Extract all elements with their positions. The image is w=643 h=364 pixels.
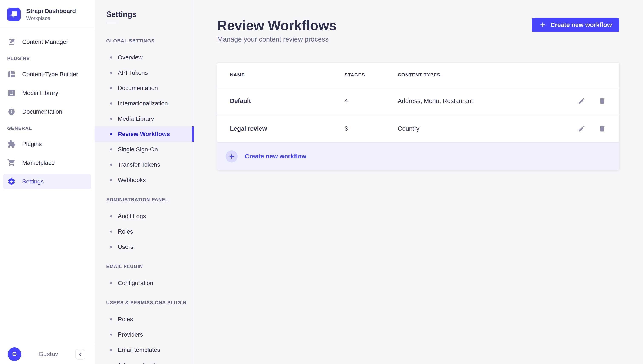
page-title: Review Workflows xyxy=(217,18,336,33)
main-nav: Content Manager PLUGINS Conte xyxy=(0,29,94,344)
subnav-item-label: Providers xyxy=(118,331,143,338)
bullet-icon xyxy=(110,72,112,74)
bullet-icon xyxy=(110,282,112,284)
subnav-item-users[interactable]: Users xyxy=(95,239,194,254)
brand-text: Strapi Dashboard Workplace xyxy=(26,8,76,22)
sidebar-footer: G Gustav xyxy=(0,344,94,364)
workflow-content-types: Country xyxy=(398,125,578,132)
nav-item-media-library[interactable]: Media Library xyxy=(4,85,91,101)
subnav-section-label: GLOBAL SETTINGS xyxy=(95,38,194,44)
delete-workflow-button[interactable] xyxy=(598,97,606,105)
nav-item-settings[interactable]: Settings xyxy=(4,174,91,189)
subnav-scroll-area[interactable]: GLOBAL SETTINGS Overview API Tokens Docu… xyxy=(95,24,194,364)
workflow-stages: 3 xyxy=(344,125,398,132)
bullet-icon xyxy=(110,148,112,150)
plus-icon xyxy=(539,21,546,28)
subnav-item-admin-roles[interactable]: Roles xyxy=(95,224,194,239)
bullet-icon xyxy=(110,230,112,233)
subnav-item-email-templates[interactable]: Email templates xyxy=(95,342,194,358)
subnav-header: Settings xyxy=(95,0,194,24)
subnav-item-label: Review Workflows xyxy=(118,131,170,138)
subnav-item-overview[interactable]: Overview xyxy=(95,50,194,65)
nav-item-content-manager[interactable]: Content Manager xyxy=(4,34,91,50)
column-header-content-types: CONTENT TYPES xyxy=(398,72,606,78)
trash-icon xyxy=(598,97,606,105)
bullet-icon xyxy=(110,349,112,351)
brand[interactable]: Strapi Dashboard Workplace xyxy=(0,0,94,29)
main-content: Review Workflows Manage your content rev… xyxy=(194,0,643,364)
nav-item-label: Settings xyxy=(22,178,44,185)
nav-section-plugins: PLUGINS Content-Type Builder xyxy=(4,56,91,120)
workflow-name: Legal review xyxy=(230,125,344,132)
create-workflow-footer-label: Create new workflow xyxy=(245,153,306,160)
workflows-table-card: NAME STAGES CONTENT TYPES Default 4 Addr… xyxy=(217,63,619,170)
layout-grid-icon xyxy=(7,70,16,78)
nav-item-marketplace[interactable]: Marketplace xyxy=(4,155,91,170)
subnav-item-review-workflows[interactable]: Review Workflows xyxy=(95,126,194,142)
subnav-item-label: Users xyxy=(118,244,133,250)
subnav-item-providers[interactable]: Providers xyxy=(95,327,194,342)
brand-subtitle: Workplace xyxy=(26,15,76,22)
bullet-icon xyxy=(110,118,112,120)
nav-item-label: Plugins xyxy=(22,141,42,148)
nav-item-documentation[interactable]: Documentation xyxy=(4,104,91,120)
subnav-item-documentation[interactable]: Documentation xyxy=(95,80,194,96)
subnav-item-single-sign-on[interactable]: Single Sign-On xyxy=(95,142,194,157)
page-heading-block: Review Workflows Manage your content rev… xyxy=(217,18,336,44)
subnav-item-configuration[interactable]: Configuration xyxy=(95,276,194,291)
subnav-section-email-plugin: EMAIL PLUGIN Configuration xyxy=(95,264,194,291)
delete-workflow-button[interactable] xyxy=(598,124,606,133)
subnav-item-media-library[interactable]: Media Library xyxy=(95,111,194,126)
workflow-stages: 4 xyxy=(344,98,398,104)
subnav-item-audit-logs[interactable]: Audit Logs xyxy=(95,208,194,224)
feather-icon xyxy=(7,38,16,46)
username[interactable]: Gustav xyxy=(26,350,71,358)
bullet-icon xyxy=(110,87,112,89)
subnav-item-up-roles[interactable]: Roles xyxy=(95,312,194,327)
trash-icon xyxy=(598,125,606,132)
row-actions xyxy=(578,97,606,105)
edit-workflow-button[interactable] xyxy=(578,97,586,105)
avatar[interactable]: G xyxy=(8,348,21,361)
nav-item-label: Content-Type Builder xyxy=(22,71,78,78)
collapse-sidebar-button[interactable] xyxy=(75,349,85,360)
table-row[interactable]: Legal review 3 Country xyxy=(217,114,619,142)
subnav-item-label: Transfer Tokens xyxy=(118,161,160,168)
table-row[interactable]: Default 4 Address, Menu, Restaurant xyxy=(217,87,619,114)
subnav-item-internationalization[interactable]: Internationalization xyxy=(95,96,194,111)
subnav-section-administration-panel: ADMINISTRATION PANEL Audit Logs Roles Us… xyxy=(95,197,194,254)
column-header-name: NAME xyxy=(230,72,344,78)
settings-subnav: Settings GLOBAL SETTINGS Overview API To… xyxy=(95,0,194,364)
edit-workflow-button[interactable] xyxy=(578,124,586,133)
bullet-icon xyxy=(110,318,112,320)
create-workflow-footer-button[interactable]: Create new workflow xyxy=(217,142,619,170)
pencil-icon xyxy=(578,125,586,132)
subnav-item-label: Advanced settings xyxy=(118,362,166,364)
create-workflow-button[interactable]: Create new workflow xyxy=(532,18,619,32)
nav-item-label: Documentation xyxy=(22,108,62,115)
subnav-item-advanced-settings[interactable]: Advanced settings xyxy=(95,358,194,364)
nav-item-content-type-builder[interactable]: Content-Type Builder xyxy=(4,67,91,82)
subnav-item-label: Media Library xyxy=(118,115,154,122)
subnav-section-users-permissions-plugin: USERS & PERMISSIONS PLUGIN Roles Provide… xyxy=(95,300,194,364)
subnav-item-api-tokens[interactable]: API Tokens xyxy=(95,65,194,80)
nav-item-plugins[interactable]: Plugins xyxy=(4,136,91,152)
subnav-section-label: EMAIL PLUGIN xyxy=(95,264,194,270)
subnav-item-transfer-tokens[interactable]: Transfer Tokens xyxy=(95,157,194,172)
pencil-icon xyxy=(578,97,586,105)
subnav-item-webhooks[interactable]: Webhooks xyxy=(95,172,194,188)
subnav-item-label: Email templates xyxy=(118,346,160,353)
nav-item-label: Marketplace xyxy=(22,160,55,166)
puzzle-icon xyxy=(7,140,16,148)
subnav-item-label: API Tokens xyxy=(118,70,148,76)
subnav-section-global-settings: GLOBAL SETTINGS Overview API Tokens Docu… xyxy=(95,38,194,188)
app-root: Strapi Dashboard Workplace Content Manag… xyxy=(0,0,643,364)
subnav-item-label: Roles xyxy=(118,228,133,235)
nav-section-label: GENERAL xyxy=(4,126,91,131)
picture-icon xyxy=(7,89,16,97)
plus-circle-icon xyxy=(226,150,238,162)
subnav-item-label: Documentation xyxy=(118,85,158,92)
page-header: Review Workflows Manage your content rev… xyxy=(217,18,619,44)
strapi-logo-icon xyxy=(7,8,21,21)
bullet-icon xyxy=(110,164,112,166)
